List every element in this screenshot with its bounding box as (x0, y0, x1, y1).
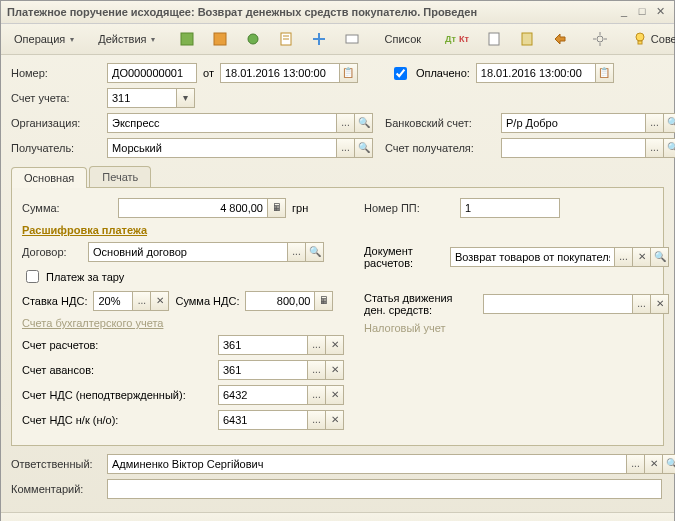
tool-icon-8[interactable] (512, 27, 542, 51)
tool-icon-2[interactable] (205, 27, 235, 51)
select-icon[interactable]: ... (646, 138, 664, 158)
clear-icon[interactable]: ✕ (651, 294, 669, 314)
recip-input[interactable] (107, 138, 337, 158)
dropdown-icon[interactable]: ▾ (177, 88, 195, 108)
clear-icon[interactable]: ✕ (151, 291, 169, 311)
select-icon[interactable]: ... (308, 335, 326, 355)
maximize-button[interactable]: □ (634, 5, 650, 19)
search-icon[interactable]: 🔍 (355, 138, 373, 158)
select-icon[interactable]: ... (308, 410, 326, 430)
actions-menu[interactable]: Действия (91, 29, 162, 49)
svg-point-8 (636, 33, 644, 41)
clear-icon[interactable]: ✕ (326, 360, 344, 380)
search-icon[interactable]: 🔍 (651, 247, 669, 267)
paid-label: Оплачено: (416, 67, 470, 79)
clear-icon[interactable]: ✕ (326, 335, 344, 355)
clear-icon[interactable]: ✕ (633, 247, 651, 267)
tab-print[interactable]: Печать (89, 166, 151, 187)
tare-checkbox[interactable] (26, 270, 39, 283)
tool-icon-4[interactable] (271, 27, 301, 51)
account-label: Счет учета: (11, 92, 101, 104)
advice-button[interactable]: Советы (625, 27, 675, 51)
clear-icon[interactable]: ✕ (326, 385, 344, 405)
org-label: Организация: (11, 117, 101, 129)
pp-input[interactable] (460, 198, 560, 218)
recip-acc-input[interactable] (501, 138, 646, 158)
tool-icon-1[interactable] (172, 27, 202, 51)
list-button[interactable]: Список (377, 29, 428, 49)
resp-label: Ответственный: (11, 458, 101, 470)
search-icon[interactable]: 🔍 (306, 242, 324, 262)
clear-icon[interactable]: ✕ (326, 410, 344, 430)
select-icon[interactable]: ... (308, 360, 326, 380)
settings-icon[interactable] (585, 27, 615, 51)
recip-label: Получатель: (11, 142, 101, 154)
search-icon[interactable]: 🔍 (664, 138, 675, 158)
svg-point-7 (597, 36, 603, 42)
tool-icon-7[interactable] (479, 27, 509, 51)
select-icon[interactable]: ... (337, 113, 355, 133)
a3-label: Счет НДС (неподтвержденный): (22, 389, 212, 401)
calendar-icon[interactable]: 📋 (340, 63, 358, 83)
window-title: Платежное поручение исходящее: Возврат д… (7, 6, 614, 18)
search-icon[interactable]: 🔍 (664, 113, 675, 133)
select-icon[interactable]: ... (646, 113, 664, 133)
vat-rate-input[interactable] (93, 291, 133, 311)
svg-rect-1 (214, 33, 226, 45)
sum-label: Сумма: (22, 202, 112, 214)
org-input[interactable] (107, 113, 337, 133)
a2-label: Счет авансов: (22, 364, 212, 376)
svg-rect-9 (638, 41, 642, 44)
date2-input[interactable] (476, 63, 596, 83)
number-input[interactable] (107, 63, 197, 83)
select-icon[interactable]: ... (133, 291, 151, 311)
currency-label: грн (292, 202, 308, 214)
bank-input[interactable] (501, 113, 646, 133)
select-icon[interactable]: ... (615, 247, 633, 267)
contract-input[interactable] (88, 242, 288, 262)
clear-icon[interactable]: ✕ (645, 454, 663, 474)
resp-input[interactable] (107, 454, 627, 474)
search-icon[interactable]: 🔍 (663, 454, 675, 474)
operation-menu[interactable]: Операция (7, 29, 81, 49)
a3-input[interactable] (218, 385, 308, 405)
search-icon[interactable]: 🔍 (355, 113, 373, 133)
comment-input[interactable] (107, 479, 662, 499)
tab-main[interactable]: Основная (11, 167, 87, 188)
recip-acc-label: Счет получателя: (385, 142, 495, 154)
dtkt-icon[interactable]: ДтКт (438, 30, 476, 48)
close-button[interactable]: ✕ (652, 5, 668, 19)
date1-input[interactable] (220, 63, 340, 83)
pp-label: Номер ПП: (364, 202, 454, 214)
calc-icon[interactable]: 🖩 (315, 291, 333, 311)
tare-label: Платеж за тару (46, 271, 124, 283)
flow-input[interactable] (483, 294, 633, 314)
account-input[interactable] (107, 88, 177, 108)
sum-input[interactable] (118, 198, 268, 218)
number-label: Номер: (11, 67, 101, 79)
a1-input[interactable] (218, 335, 308, 355)
a4-label: Счет НДС н/к (н/о): (22, 414, 212, 426)
paid-checkbox[interactable] (394, 67, 407, 80)
a4-input[interactable] (218, 410, 308, 430)
doc-input[interactable] (450, 247, 615, 267)
a1-label: Счет расчетов: (22, 339, 212, 351)
contract-label: Договор: (22, 246, 82, 258)
tool-icon-6[interactable] (337, 27, 367, 51)
select-icon[interactable]: ... (288, 242, 306, 262)
tool-icon-9[interactable] (545, 27, 575, 51)
select-icon[interactable]: ... (337, 138, 355, 158)
select-icon[interactable]: ... (308, 385, 326, 405)
ot-label: от (203, 67, 214, 79)
svg-rect-6 (522, 33, 532, 45)
calc-icon[interactable]: 🖩 (268, 198, 286, 218)
vat-sum-input[interactable] (245, 291, 315, 311)
tool-icon-5[interactable] (304, 27, 334, 51)
select-icon[interactable]: ... (633, 294, 651, 314)
calendar-icon[interactable]: 📋 (596, 63, 614, 83)
a2-input[interactable] (218, 360, 308, 380)
tool-icon-3[interactable] (238, 27, 268, 51)
svg-rect-4 (346, 35, 358, 43)
minimize-button[interactable]: _ (616, 5, 632, 19)
select-icon[interactable]: ... (627, 454, 645, 474)
